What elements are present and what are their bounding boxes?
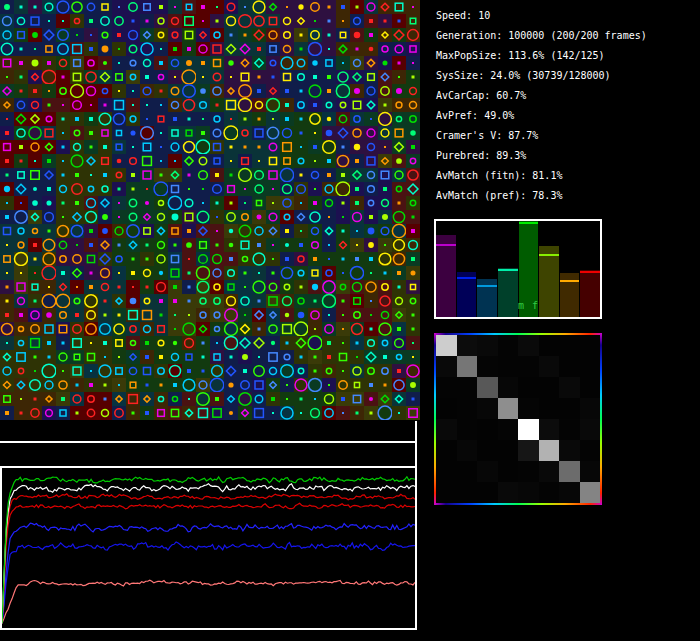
matrix-border-bottom: [434, 503, 602, 505]
stat-line: Cramer's V: 87.7%: [436, 126, 647, 146]
matrix-cell: [518, 461, 539, 482]
matrix-cell: [539, 377, 560, 398]
matrix-cell: [436, 356, 457, 377]
matrix-cell: [436, 461, 457, 482]
matrix-cell: [559, 440, 580, 461]
matrix-cell: [580, 335, 601, 356]
matrix-cell: [559, 356, 580, 377]
matrix-cell: [539, 419, 560, 440]
histogram-marker: [477, 285, 497, 287]
matrix-cell: [436, 482, 457, 503]
matrix-cell: [518, 440, 539, 461]
matrix-cell: [539, 461, 560, 482]
world-grid-canvas[interactable]: [0, 0, 420, 420]
stat-line: MaxPopSize: 113.6% (142/125): [436, 46, 647, 66]
matrix-cell: [518, 377, 539, 398]
matrix-cell: [518, 398, 539, 419]
matrix-cell: [477, 482, 498, 503]
matrix-cell: [559, 335, 580, 356]
simulation-app: { "app": { "background": "#000000", "tex…: [0, 0, 700, 641]
matrix-cell: [580, 377, 601, 398]
horizontal-divider: [0, 441, 417, 443]
matrix-cell: [518, 356, 539, 377]
matrix-cell: [580, 440, 601, 461]
matrix-cell: [580, 356, 601, 377]
stats-panel: Speed: 10Generation: 100000 (200/200 fra…: [436, 6, 647, 206]
matrix-cell: [457, 335, 478, 356]
matrix-cell: [457, 419, 478, 440]
stat-line: SysSize: 24.0% (30739/128000): [436, 66, 647, 86]
stat-line: AvPref: 49.0%: [436, 106, 647, 126]
stat-line: AvMatch (pref): 78.3%: [436, 186, 647, 206]
histogram-marker: [436, 244, 456, 246]
matrix-cell: [436, 419, 457, 440]
matrix-cell: [477, 335, 498, 356]
histogram-marker: [539, 254, 559, 256]
matrix-cell: [580, 398, 601, 419]
matrix-cell: [457, 398, 478, 419]
matrix-cell: [498, 356, 519, 377]
matrix-cell: [539, 398, 560, 419]
matrix-cell: [436, 398, 457, 419]
matrix-cell: [477, 398, 498, 419]
matrix-cell: [559, 461, 580, 482]
matrix-cell: [498, 440, 519, 461]
matrix-cell: [498, 482, 519, 503]
matrix-cell: [498, 461, 519, 482]
matrix-cell: [457, 356, 478, 377]
histogram-bar: [580, 221, 600, 317]
matrix-cell: [498, 419, 519, 440]
vertical-divider: [415, 421, 417, 468]
matrix-cell: [580, 419, 601, 440]
matrix-cell: [539, 482, 560, 503]
species-matrix: [434, 333, 602, 505]
matrix-cell: [498, 377, 519, 398]
matrix-cells: [436, 335, 600, 503]
stat-line: Generation: 100000 (200/200 frames): [436, 26, 647, 46]
matrix-cell: [498, 335, 519, 356]
histogram-bar: [560, 221, 580, 317]
matrix-cell: [559, 419, 580, 440]
histogram-bar: [498, 221, 518, 317]
stat-line: AvMatch (fitn): 81.1%: [436, 166, 647, 186]
matrix-cell: [539, 335, 560, 356]
matrix-cell: [457, 440, 478, 461]
histogram-marker: [498, 269, 518, 271]
matrix-cell: [498, 398, 519, 419]
histogram-bar: [436, 221, 456, 317]
history-chart-canvas: [2, 468, 415, 628]
matrix-cell: [518, 482, 539, 503]
matrix-cell: [457, 461, 478, 482]
matrix-cell: [539, 356, 560, 377]
matrix-cell: [477, 461, 498, 482]
histogram-bar: [457, 221, 477, 317]
histogram-bar: [477, 221, 497, 317]
histogram-bar: [539, 221, 559, 317]
histogram-marker: [519, 222, 539, 224]
matrix-cell: [518, 335, 539, 356]
matrix-cell: [436, 335, 457, 356]
matrix-cell: [518, 419, 539, 440]
matrix-cell: [477, 377, 498, 398]
matrix-cell: [580, 461, 601, 482]
matrix-cell: [457, 377, 478, 398]
matrix-cell: [559, 377, 580, 398]
species-histogram: m f: [434, 219, 602, 319]
matrix-cell: [436, 377, 457, 398]
matrix-cell: [436, 440, 457, 461]
matrix-cell: [539, 440, 560, 461]
matrix-cell: [559, 398, 580, 419]
matrix-border-right: [600, 333, 602, 505]
stat-line: Purebred: 89.3%: [436, 146, 647, 166]
matrix-cell: [559, 482, 580, 503]
male-female-label: m f: [518, 300, 539, 311]
matrix-cell: [477, 440, 498, 461]
histogram-marker: [457, 277, 477, 279]
matrix-cell: [477, 356, 498, 377]
matrix-cell: [457, 482, 478, 503]
matrix-cell: [580, 482, 601, 503]
histogram-marker: [560, 280, 580, 282]
history-chart: [0, 466, 417, 630]
stat-line: Speed: 10: [436, 6, 647, 26]
matrix-cell: [477, 419, 498, 440]
